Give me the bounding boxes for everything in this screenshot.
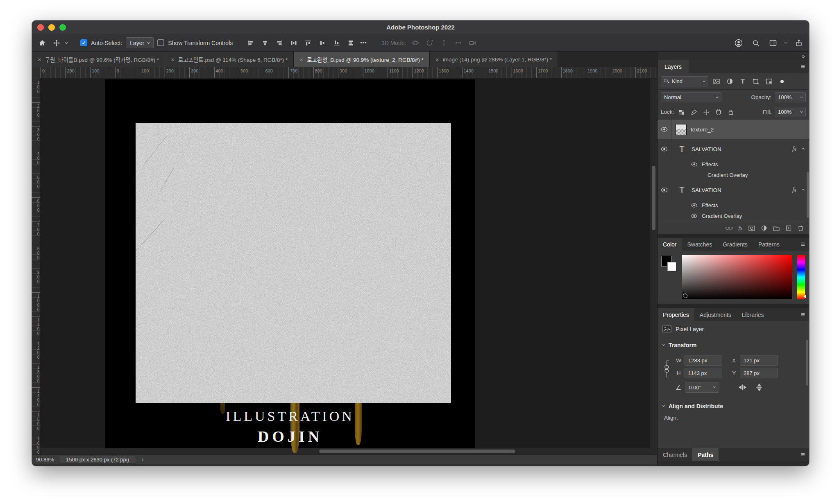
filter-smart-objects-icon[interactable] <box>764 79 774 84</box>
effects-visibility-toggle[interactable] <box>689 162 698 167</box>
document-canvas[interactable]: ILLUSTRATION DOJIN <box>105 79 475 453</box>
status-chevron-icon[interactable] <box>141 458 143 461</box>
link-dimensions-icon[interactable] <box>662 357 671 380</box>
document-info-field[interactable]: 1500 px x 2630 px (72 ppi) <box>59 456 136 463</box>
layer-name[interactable]: SALVATION <box>692 146 721 152</box>
show-transform-controls-checkbox[interactable] <box>157 39 164 46</box>
x-input[interactable]: 121 px <box>740 355 778 366</box>
lock-position-icon[interactable] <box>702 109 711 115</box>
tab-gradients[interactable]: Gradients <box>717 238 753 251</box>
background-color-swatch[interactable] <box>667 262 676 271</box>
fill-dropdown[interactable]: 100% <box>775 107 806 117</box>
layers-panel-menu-icon[interactable]: ≡ <box>801 60 809 73</box>
y-input[interactable]: 287 px <box>740 368 778 378</box>
blend-mode-dropdown[interactable]: Normal <box>661 92 721 102</box>
height-input[interactable]: 1143 px <box>685 368 722 378</box>
tab-properties[interactable]: Properties <box>658 308 694 321</box>
tab-paths[interactable]: Paths <box>692 448 719 461</box>
lock-all-icon[interactable] <box>726 109 735 115</box>
effect-row[interactable]: Gradient Overlay <box>658 170 809 180</box>
lock-transparent-pixels-icon[interactable] <box>677 109 686 115</box>
zoom-level-field[interactable]: 90.86% <box>36 457 54 463</box>
effects-visibility-toggle[interactable] <box>689 203 698 208</box>
close-tab-icon[interactable]: × <box>38 57 41 63</box>
layer-effects-badge[interactable]: fx <box>792 146 796 152</box>
layers-scrollbar-thumb[interactable] <box>807 172 809 218</box>
horizontal-scrollbar[interactable] <box>41 448 650 454</box>
tab-swatches[interactable]: Swatches <box>682 238 717 251</box>
filter-shape-layers-icon[interactable] <box>751 79 761 84</box>
layer-row-selected[interactable]: texture_2 <box>658 120 809 139</box>
lock-image-pixels-icon[interactable] <box>689 109 698 115</box>
hue-slider[interactable] <box>797 255 805 299</box>
close-tab-icon[interactable]: × <box>435 57 439 63</box>
align-horizontal-centers-icon[interactable] <box>260 38 270 48</box>
document-tab-active[interactable]: × 로고완성_B.psd @ 90.9% (texture_2, RGB/8#)… <box>294 52 430 67</box>
filter-kind-dropdown[interactable]: Kind <box>661 76 708 86</box>
width-input[interactable]: 1283 px <box>685 355 722 366</box>
paths-panel-menu-icon[interactable]: ≡ <box>801 448 809 461</box>
close-tab-icon[interactable]: × <box>171 57 175 63</box>
align-left-edges-icon[interactable] <box>245 38 256 48</box>
document-tab[interactable]: × 로고포인트.psd @ 114% (Shape 6, RGB/8*) * <box>165 52 294 67</box>
type-layer-thumbnail[interactable]: T <box>676 185 687 194</box>
filter-adjustment-layers-icon[interactable] <box>725 78 735 84</box>
add-layer-mask-icon[interactable] <box>748 226 755 231</box>
account-icon[interactable] <box>733 38 744 48</box>
move-tool-icon[interactable] <box>51 38 62 48</box>
layer-visibility-toggle[interactable] <box>658 180 671 200</box>
vertical-scrollbar[interactable] <box>650 79 657 454</box>
collapse-effects-icon[interactable] <box>802 188 805 191</box>
align-right-edges-icon[interactable] <box>274 38 285 48</box>
more-align-options-button[interactable]: ••• <box>360 40 367 46</box>
canvas-viewport[interactable]: ILLUSTRATION DOJIN <box>41 79 650 454</box>
layer-effects-badge[interactable]: fx <box>792 187 796 193</box>
properties-panel-menu-icon[interactable]: ≡ <box>801 308 809 321</box>
type-layer-thumbnail[interactable]: T <box>676 145 687 154</box>
tab-channels[interactable]: Channels <box>658 448 692 461</box>
align-top-edges-icon[interactable] <box>303 38 313 48</box>
layer-visibility-toggle[interactable] <box>658 120 671 139</box>
home-icon[interactable] <box>37 38 48 48</box>
tab-adjustments[interactable]: Adjustments <box>694 308 737 321</box>
layer-name[interactable]: SALVATION <box>692 187 721 193</box>
opacity-dropdown[interactable]: 100% <box>775 92 806 102</box>
titlebar[interactable]: Adobe Photoshop 2022 <box>32 20 809 34</box>
close-tab-icon[interactable]: × <box>299 57 303 63</box>
tool-preset-chevron-icon[interactable] <box>65 41 68 43</box>
distribute-horizontal-icon[interactable] <box>288 38 299 48</box>
filter-pixel-layers-icon[interactable] <box>712 79 721 84</box>
search-icon[interactable] <box>751 38 761 48</box>
lock-artboard-nesting-icon[interactable] <box>714 109 723 115</box>
flip-horizontal-icon[interactable] <box>739 384 746 390</box>
collapse-effects-icon[interactable] <box>802 147 805 150</box>
zoom-window-button[interactable] <box>59 24 66 31</box>
effects-row[interactable]: Effects <box>658 159 809 170</box>
filter-type-layers-icon[interactable]: T <box>738 78 748 85</box>
auto-select-checkbox[interactable]: ✓ <box>80 39 87 46</box>
new-adjustment-layer-icon[interactable] <box>761 225 767 231</box>
layer-row[interactable]: T SALVATION fx <box>658 180 809 200</box>
document-tab[interactable]: × 구원_타이틀B.psd @ 90.6% (작가명, RGB/8#) * <box>32 52 165 67</box>
distribute-vertical-icon[interactable] <box>346 38 356 48</box>
align-bottom-edges-icon[interactable] <box>331 38 342 48</box>
workspace-chevron-icon[interactable] <box>785 41 787 43</box>
align-vertical-centers-icon[interactable] <box>317 38 328 48</box>
layer-style-icon[interactable]: fx <box>739 225 742 231</box>
properties-scrollbar-thumb[interactable] <box>806 340 808 386</box>
filter-toggle-icon[interactable] <box>777 79 787 84</box>
effect-visibility-toggle[interactable] <box>689 214 698 218</box>
hue-gradient[interactable] <box>797 255 805 299</box>
transform-section-header[interactable]: Transform <box>662 337 804 353</box>
horizontal-scrollbar-thumb[interactable] <box>319 450 515 453</box>
color-panel-menu-icon[interactable]: ≡ <box>801 238 809 251</box>
auto-select-target-dropdown[interactable]: Layer <box>126 37 154 48</box>
flip-vertical-icon[interactable] <box>756 384 762 391</box>
minimize-window-button[interactable] <box>48 24 55 31</box>
delete-layer-icon[interactable] <box>798 225 804 231</box>
rotation-input[interactable]: 0.00° <box>685 382 719 393</box>
tab-layers[interactable]: Layers <box>658 60 689 73</box>
document-tab[interactable]: × image (14).png @ 286% (Layer 1, RGB/8*… <box>430 52 558 67</box>
close-window-button[interactable] <box>37 24 44 31</box>
share-icon[interactable] <box>794 38 804 48</box>
